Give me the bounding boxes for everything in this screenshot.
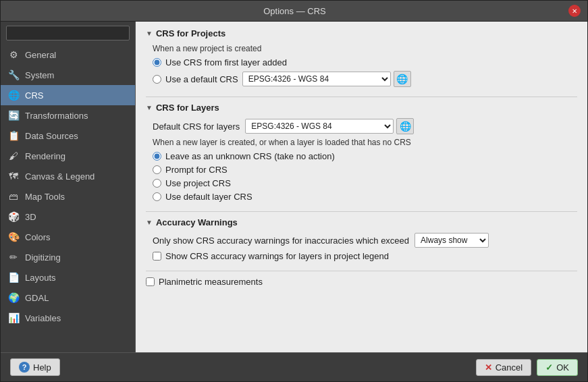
digitizing-icon: ✏ (7, 251, 20, 263)
sidebar-item-map-tools[interactable]: 🗃 Map Tools (1, 186, 135, 207)
prompt-for-crs-label: Prompt for CRS (165, 165, 228, 175)
sidebar-item-variables[interactable]: 📊 Variables (1, 308, 135, 328)
sidebar-label-map-tools: Map Tools (25, 192, 65, 202)
default-crs-layers-row: Default CRS for layers EPSG:4326 - WGS 8… (153, 118, 577, 134)
sidebar-item-canvas-legend[interactable]: 🗺 Canvas & Legend (1, 166, 135, 186)
use-project-crs-radio[interactable] (153, 179, 161, 188)
sidebar-item-system[interactable]: 🔧 System (1, 65, 135, 85)
sidebar-label-gdal: GDAL (25, 293, 49, 303)
title-bar: Options — CRS ✕ (1, 1, 587, 22)
crs-for-projects-header[interactable]: ▼ CRS for Projects (146, 28, 577, 38)
leave-unknown-crs-label: Leave as an unknown CRS (take no action) (165, 151, 335, 161)
help-icon: ? (19, 362, 30, 373)
sidebar-label-crs: CRS (25, 90, 43, 101)
accuracy-warning-select[interactable]: Always show 1 meter 10 meters 100 meters (415, 233, 489, 248)
sidebar-label-colors: Colors (25, 232, 51, 242)
default-crs-layers-select[interactable]: EPSG:4326 - WGS 84 (245, 119, 394, 134)
cancel-button[interactable]: ✕ Cancel (476, 359, 531, 376)
use-project-crs-row: Use project CRS (153, 178, 577, 188)
help-button[interactable]: ? Help (10, 358, 60, 376)
layer-info-text: When a new layer is created, or when a l… (153, 138, 577, 147)
sidebar-item-general[interactable]: ⚙ General (1, 45, 135, 65)
planimetric-checkbox[interactable] (146, 277, 155, 286)
crs-for-projects-title: CRS for Projects (156, 28, 225, 38)
accuracy-legend-checkbox[interactable] (153, 252, 161, 261)
prompt-for-crs-radio[interactable] (153, 165, 161, 174)
sidebar-label-system: System (25, 70, 54, 80)
use-default-layer-crs-label: Use default layer CRS (165, 192, 252, 202)
crs-for-layers-title: CRS for Layers (156, 103, 219, 113)
rendering-icon: 🖌 (7, 150, 20, 162)
divider-2 (146, 211, 577, 212)
default-crs-layers-label: Default CRS for layers (153, 121, 240, 132)
accuracy-warning-label: Only show CRS accuracy warnings for inac… (153, 236, 409, 246)
use-default-crs-radio[interactable] (153, 75, 161, 84)
use-crs-first-layer-label: Use CRS from first layer added (165, 57, 287, 67)
sidebar-item-data-sources[interactable]: 📋 Data Sources (1, 126, 135, 146)
footer-right: ✕ Cancel ✓ OK (476, 359, 578, 376)
default-crs-layers-dropdown-wrap: EPSG:4326 - WGS 84 🌐 (245, 118, 414, 134)
crs-projects-arrow: ▼ (146, 30, 153, 37)
sidebar-item-rendering[interactable]: 🖌 Rendering (1, 146, 135, 166)
crs-layers-arrow: ▼ (146, 104, 153, 111)
accuracy-legend-label: Show CRS accuracy warnings for layers in… (165, 251, 389, 261)
globe-icon-projects: 🌐 (396, 74, 408, 84)
dialog-body: ⚙ General 🔧 System 🌐 CRS 🔄 Transformatio… (1, 22, 587, 352)
divider-3 (146, 271, 577, 271)
leave-unknown-crs-radio[interactable] (153, 152, 161, 161)
sidebar-label-digitizing: Digitizing (25, 252, 61, 263)
prompt-for-crs-row: Prompt for CRS (153, 165, 577, 175)
dialog-title: Options — CRS (21, 6, 568, 16)
search-input[interactable] (6, 26, 130, 40)
sidebar-item-transformations[interactable]: 🔄 Transformations (1, 105, 135, 126)
sidebar-label-canvas-legend: Canvas & Legend (25, 171, 95, 182)
sidebar-label-general: General (25, 50, 56, 60)
crs-for-layers-header[interactable]: ▼ CRS for Layers (146, 103, 577, 113)
colors-icon: 🎨 (7, 231, 20, 243)
use-crs-first-layer-row: Use CRS from first layer added (153, 57, 577, 67)
transformations-icon: 🔄 (7, 109, 20, 121)
default-crs-dropdown-wrap: EPSG:4326 - WGS 84 🌐 (242, 71, 411, 87)
use-crs-first-layer-radio[interactable] (153, 58, 161, 67)
ok-icon: ✓ (545, 362, 553, 373)
dialog-footer: ? Help ✕ Cancel ✓ OK (1, 352, 587, 381)
canvas-legend-icon: 🗺 (7, 170, 20, 182)
sidebar-item-digitizing[interactable]: ✏ Digitizing (1, 247, 135, 267)
accuracy-arrow: ▼ (146, 219, 153, 226)
help-label: Help (33, 362, 51, 373)
search-box (1, 22, 135, 45)
sidebar-label-3d: 3D (25, 212, 36, 222)
variables-icon: 📊 (7, 312, 20, 324)
data-sources-icon: 📋 (7, 130, 20, 142)
cancel-icon: ✕ (485, 362, 492, 373)
use-default-layer-crs-row: Use default layer CRS (153, 192, 577, 202)
crs-globe-button-layers[interactable]: 🌐 (396, 118, 414, 134)
sidebar-item-crs[interactable]: 🌐 CRS (1, 85, 135, 105)
planimetric-row: Planimetric measurements (146, 277, 577, 287)
sidebar-item-3d[interactable]: 🎲 3D (1, 207, 135, 227)
default-crs-select[interactable]: EPSG:4326 - WGS 84 (242, 72, 391, 86)
sidebar-item-gdal[interactable]: 🌍 GDAL (1, 288, 135, 308)
gdal-icon: 🌍 (7, 292, 20, 304)
crs-icon: 🌐 (7, 89, 20, 101)
sidebar-label-data-sources: Data Sources (25, 131, 78, 141)
general-icon: ⚙ (7, 49, 20, 61)
sidebar-item-layouts[interactable]: 📄 Layouts (1, 267, 135, 288)
sidebar-label-layouts: Layouts (25, 273, 56, 283)
divider-1 (146, 97, 577, 97)
accuracy-warnings-section: ▼ Accuracy Warnings Only show CRS accura… (146, 217, 577, 261)
use-default-layer-crs-radio[interactable] (153, 192, 161, 201)
sidebar-item-colors[interactable]: 🎨 Colors (1, 227, 135, 247)
close-button[interactable]: ✕ (568, 5, 581, 17)
crs-globe-button-projects[interactable]: 🌐 (394, 71, 411, 87)
3d-icon: 🎲 (7, 211, 20, 223)
sidebar-label-rendering: Rendering (25, 151, 65, 161)
system-icon: 🔧 (7, 69, 20, 81)
sidebar-label-transformations: Transformations (25, 111, 88, 121)
accuracy-legend-row: Show CRS accuracy warnings for layers in… (153, 251, 577, 261)
crs-for-projects-section: ▼ CRS for Projects When a new project is… (146, 28, 577, 87)
accuracy-warnings-header[interactable]: ▼ Accuracy Warnings (146, 217, 577, 227)
ok-button[interactable]: ✓ OK (537, 359, 578, 376)
sidebar-label-variables: Variables (25, 313, 61, 323)
planimetric-label: Planimetric measurements (159, 277, 263, 287)
